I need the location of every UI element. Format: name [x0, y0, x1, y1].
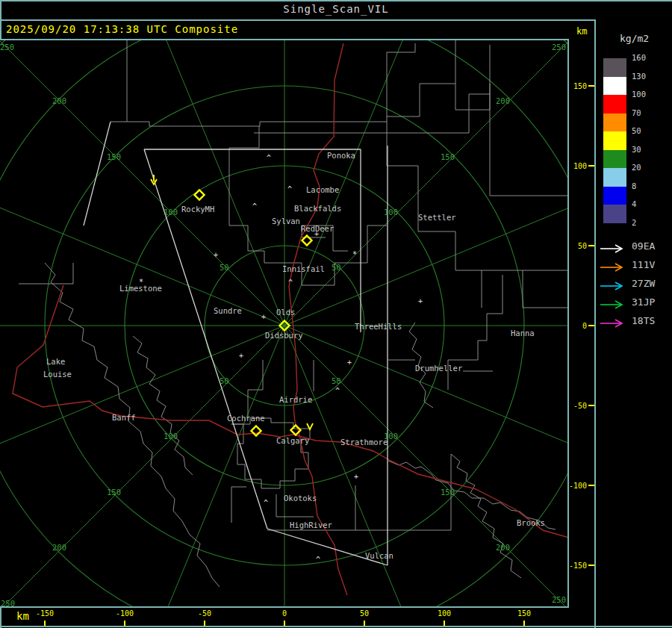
site-arrow-icon — [600, 279, 629, 293]
scale-value: 70 — [632, 108, 641, 117]
bottom-axis-tick-label: -50 — [198, 609, 211, 618]
top-border — [0, 0, 672, 1]
range-ring-label: 200 — [496, 96, 510, 105]
bottom-axis-tick — [523, 621, 525, 626]
city-label: Didsbury — [265, 331, 303, 340]
right-axis-tick — [588, 245, 594, 246]
right-axis-tick — [588, 565, 594, 566]
right-axis-tick-label: 0 — [582, 322, 587, 330]
bottom-axis-tick-label: -100 — [116, 609, 134, 618]
map-markers: ^^^^^^^+++++++** — [139, 154, 423, 564]
storm-cell-diamond-icon — [252, 426, 261, 436]
town-marker-icon: ^ — [288, 279, 293, 287]
range-ring-label: 100 — [384, 208, 398, 217]
site-arrow-icon — [600, 298, 629, 312]
right-axis-tick-label: -150 — [569, 562, 587, 570]
right-axis-tick-label: -50 — [573, 402, 587, 410]
town-marker-icon: + — [354, 473, 358, 481]
storm-cell-diamond-icon — [302, 236, 312, 246]
city-label: Olds — [276, 308, 295, 317]
city-label: Calgary — [276, 436, 309, 445]
range-ring-label: 200 — [52, 96, 66, 105]
scale-value: 4 — [632, 199, 636, 208]
scale-value: 100 — [632, 90, 646, 99]
range-ring-label: 100 — [164, 432, 178, 441]
town-marker-icon: ^ — [335, 387, 340, 395]
site-id: 18TS — [632, 315, 655, 326]
bottom-axis-tick — [44, 621, 46, 626]
city-label: Sundre — [214, 306, 242, 315]
site-id: 111V — [632, 259, 655, 270]
scan-timestamp: 2025/09/20 17:13:38 UTC Composite — [6, 23, 238, 35]
town-marker-icon: ^ — [267, 154, 271, 162]
scale-value: 160 — [632, 53, 646, 62]
right-axis-tick — [588, 405, 594, 406]
city-label: Airdrie — [279, 395, 312, 404]
radar-app-window: Single_Scan_VIL 2025/09/20 17:13:38 UTC … — [0, 0, 672, 628]
site-arrow-icon — [600, 261, 629, 275]
range-ring-label: 50 — [220, 376, 229, 385]
color-swatch — [603, 114, 626, 132]
color-scale — [603, 58, 626, 223]
city-label: Stettler — [418, 213, 456, 222]
bottom-axis-tick — [124, 621, 125, 626]
right-axis-tick — [588, 165, 594, 167]
range-ring-label: 50 — [332, 263, 341, 272]
city-label: ThreeHills — [355, 322, 402, 331]
right-axis-tick — [588, 85, 594, 87]
scale-value: 130 — [632, 72, 646, 81]
color-swatch — [603, 131, 626, 150]
bottom-axis-tick — [444, 621, 445, 626]
town-marker-icon: + — [261, 313, 266, 321]
range-ring-label: 150 — [441, 488, 455, 497]
color-swatch — [603, 205, 626, 223]
site-arrow-icon — [600, 317, 629, 331]
right-axis-unit: km — [576, 26, 587, 37]
town-marker-icon: * — [352, 250, 357, 258]
city-label: Blackfalds — [294, 204, 341, 213]
right-axis-tick-label: 100 — [573, 162, 587, 170]
bottom-axis-tick — [364, 621, 365, 626]
city-label: HighRiver — [290, 520, 332, 529]
bottom-axis-tick-label: 100 — [438, 609, 451, 618]
right-axis-tick — [588, 325, 594, 326]
city-label: Cochrane — [227, 414, 265, 423]
bottom-axis-tick — [284, 621, 285, 626]
bottom-axis-tick — [204, 621, 205, 626]
city-label: Banff — [112, 413, 136, 422]
town-marker-icon: ^ — [252, 202, 257, 211]
color-swatch — [603, 58, 626, 77]
right-axis-tick — [588, 485, 594, 486]
motion-arrow-down-icon — [151, 175, 157, 184]
range-ring-label: 150 — [107, 152, 121, 161]
range-ring-label: 100 — [164, 208, 178, 217]
radar-site-legend-row: 31JP — [596, 295, 672, 310]
city-label: Lacombe — [306, 185, 339, 194]
bottom-axis-tick-label: 50 — [360, 609, 369, 618]
city-label: RockyMH — [181, 205, 214, 214]
range-ring-label: 250 — [0, 43, 14, 52]
site-arrow-icon — [600, 242, 629, 256]
city-label: Innisfail — [282, 264, 325, 273]
city-label: Vulcan — [365, 551, 393, 560]
town-marker-icon: + — [347, 358, 352, 367]
range-ring-label: 200 — [52, 543, 66, 552]
city-label: Lake — [46, 357, 65, 366]
city-label: Okotoks — [284, 494, 317, 503]
scale-value: 20 — [632, 163, 641, 172]
radar-map[interactable]: 5050505010010010010015015015015020020020… — [0, 39, 569, 608]
bottom-axis: km -150 -100 -50 0 50 100 150 — [0, 608, 569, 626]
color-swatch — [603, 150, 626, 169]
color-swatch — [603, 95, 626, 114]
town-marker-icon: + — [314, 230, 319, 238]
range-ring-label: 250 — [552, 595, 566, 604]
bottom-axis-tick-label: 0 — [282, 609, 287, 618]
color-swatch — [603, 168, 626, 187]
range-ring-label: 150 — [107, 488, 121, 497]
right-axis-tick-label: 50 — [578, 242, 587, 250]
bottom-axis-unit: km — [16, 610, 29, 622]
right-axis: 150 100 50 0 -50 -100 -150 — [569, 39, 594, 608]
town-marker-icon: ^ — [316, 556, 320, 564]
scan-sector-outline — [84, 122, 388, 565]
city-label: Brooks — [517, 518, 545, 527]
